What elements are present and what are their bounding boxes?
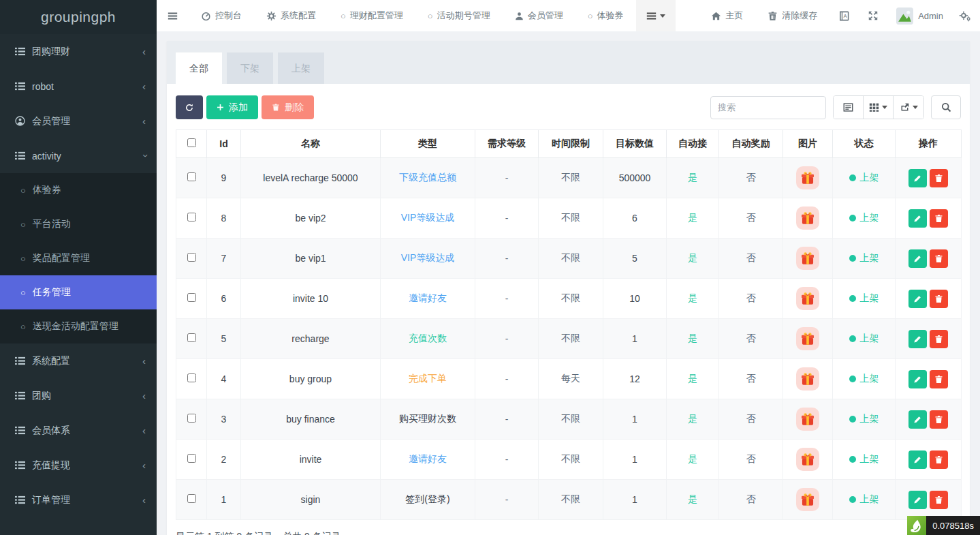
delete-row-button[interactable] [930,209,948,228]
delete-row-button[interactable] [930,410,948,429]
cell-type-link[interactable]: VIP等级达成 [381,239,475,279]
column-header-level: 需求等级 [475,130,539,158]
sidebar-item-member-system[interactable]: 会员体系 ‹ [0,413,157,448]
row-select-cell [176,319,207,359]
sidebar-subitem-prize-config[interactable]: ○ 奖品配置管理 [0,241,157,275]
delete-row-button[interactable] [930,249,948,268]
nav-user-menu[interactable]: Admin [887,0,950,31]
sidebar-subitem-platform-activity[interactable]: ○ 平台活动 [0,207,157,241]
row-checkbox[interactable] [187,373,196,382]
cell-time-limit: 不限 [539,319,603,359]
sidebar-item-group-buy[interactable]: 团购 ‹ [0,378,157,413]
delete-button[interactable]: 删除 [262,95,314,119]
row-checkbox[interactable] [187,333,196,342]
cell-actions [896,359,962,399]
nav-item-console[interactable]: 控制台 [189,0,254,31]
nav-item-finance-config[interactable]: ○ 理财配置管理 [328,0,415,31]
toggle-search-button[interactable] [931,95,961,119]
sidebar-subitem-coupon[interactable]: ○ 体验券 [0,173,157,207]
nav-item-system-config[interactable]: 系统配置 [254,0,328,31]
sidebar-item-order-management[interactable]: 订单管理 ‹ [0,483,157,517]
edit-button[interactable] [908,169,927,187]
cell-required-level: - [475,399,539,440]
cell-auto-reward: 否 [719,239,783,279]
edit-button[interactable] [908,290,927,308]
columns-button[interactable] [864,96,894,119]
chevron-left-icon: ‹ [142,425,146,436]
delete-row-button[interactable] [930,290,948,308]
export-icon [900,102,910,112]
delete-row-button[interactable] [930,370,948,388]
edit-button[interactable] [908,450,927,469]
edit-button[interactable] [908,209,927,228]
edit-button[interactable] [908,491,927,509]
pencil-icon [913,335,922,343]
status-dot-icon [849,456,856,463]
row-checkbox[interactable] [187,172,196,181]
row-checkbox[interactable] [187,494,196,503]
cell-actions [896,239,962,279]
nav-home-button[interactable]: 主页 [699,0,755,31]
nav-language-button[interactable] [829,0,859,31]
cell-type-link[interactable]: 完成下单 [381,359,475,399]
nav-item-activity-period[interactable]: ○ 活动期号管理 [415,0,503,31]
add-button-label: 添加 [229,102,248,114]
trash-icon [934,455,943,464]
cell-type-link[interactable]: 购买理财次数 [381,399,475,440]
row-checkbox[interactable] [187,253,196,262]
row-checkbox[interactable] [187,414,196,423]
nav-menu-dropdown-button[interactable] [636,0,676,31]
sidebar-subitem-task-management[interactable]: ○ 任务管理 [0,275,157,309]
search-input[interactable] [710,96,826,119]
tab-offline[interactable]: 下架 [227,52,273,84]
sidebar-item-recharge-withdraw[interactable]: 充值提现 ‹ [0,448,157,483]
edit-button[interactable] [908,410,927,429]
edit-button[interactable] [908,249,927,268]
edit-button[interactable] [908,330,927,348]
sidebar-item-label: 团购 [32,390,51,402]
select-all-cell [176,130,207,158]
nav-item-members[interactable]: 会员管理 [503,0,575,31]
sidebar-item-group-finance[interactable]: 团购理财 ‹ [0,34,157,69]
cell-type-link[interactable]: 签到(登录) [381,480,475,520]
detail-view-button[interactable] [834,96,864,119]
sidebar-item-robot[interactable]: robot ‹ [0,69,157,104]
edit-button[interactable] [908,370,927,388]
sidebar-item-label: 团购理财 [32,46,70,58]
sidebar-toggle-button[interactable] [157,0,189,31]
delete-row-button[interactable] [930,330,948,348]
nav-fullscreen-button[interactable] [859,0,887,31]
tab-online[interactable]: 上架 [278,52,324,84]
nav-clear-cache-button[interactable]: 清除缓存 [755,0,829,31]
nav-item-coupon[interactable]: ○ 体验券 [575,0,636,31]
row-select-cell [176,480,207,520]
sidebar-subitem-cash-activity-config[interactable]: ○ 送现金活动配置管理 [0,309,157,343]
sidebar-item-members[interactable]: 会员管理 ‹ [0,104,157,138]
delete-row-button[interactable] [930,491,948,509]
sidebar-item-activity[interactable]: activity ‹ [0,138,157,173]
nav-settings-button[interactable] [950,0,980,31]
row-checkbox[interactable] [187,454,196,463]
trash-icon [934,415,943,424]
delete-row-button[interactable] [930,450,948,469]
sidebar-subitem-label: 奖品配置管理 [33,252,90,264]
column-header-type: 类型 [381,130,475,158]
nav-item-label: 活动期号管理 [437,10,490,22]
sidebar-item-system-config[interactable]: 系统配置 ‹ [0,343,157,378]
tab-all[interactable]: 全部 [176,52,222,84]
cell-type-link[interactable]: 邀请好友 [381,279,475,319]
cell-time-limit: 每天 [539,359,603,399]
select-all-checkbox[interactable] [187,138,196,147]
cell-type-link[interactable]: 下级充值总额 [381,158,475,198]
add-button[interactable]: 添加 [206,95,258,119]
pencil-icon [913,254,922,263]
export-button[interactable] [894,96,923,119]
row-checkbox[interactable] [187,213,196,221]
cell-type-link[interactable]: 充值次数 [381,319,475,359]
cell-type-link[interactable]: 邀请好友 [381,440,475,480]
cell-type-link[interactable]: VIP等级达成 [381,198,475,239]
refresh-button[interactable] [176,95,203,119]
cell-auto-accept: 是 [667,158,719,198]
row-checkbox[interactable] [187,293,196,302]
delete-row-button[interactable] [930,169,948,187]
